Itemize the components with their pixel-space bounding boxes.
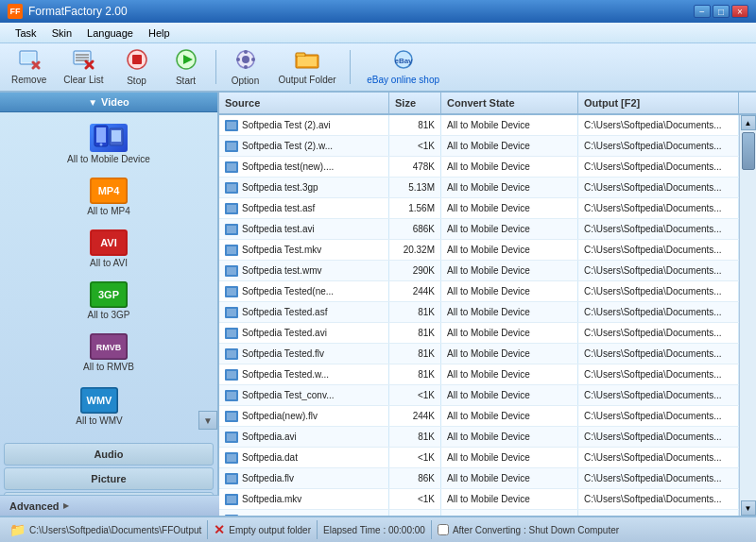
clear-list-button[interactable]: Clear List xyxy=(56,46,111,88)
scroll-thumb[interactable] xyxy=(742,132,755,170)
table-row[interactable]: Softpedia test.3gp5.13MAll to Mobile Dev… xyxy=(219,178,739,198)
table-row[interactable]: Softpedia Tested.asf81KAll to Mobile Dev… xyxy=(219,302,739,323)
minimize-button[interactable]: − xyxy=(694,5,711,18)
svg-point-18 xyxy=(236,58,240,61)
table-row[interactable]: Softpedia.mkv<1KAll to Mobile DeviceC:\U… xyxy=(219,489,739,510)
option-button[interactable]: Option xyxy=(222,46,269,88)
table-row[interactable]: Softpedia Tested.flv81KAll to Mobile Dev… xyxy=(219,344,739,364)
table-row[interactable]: Softpedia.dat<1KAll to Mobile DeviceC:\U… xyxy=(219,448,739,468)
status-after-section: After Converting : Shut Down Computer xyxy=(432,520,625,539)
cell-output: C:\Users\Softpedia\Documents... xyxy=(578,448,739,467)
status-empty-section[interactable]: ✕ Empty output folder xyxy=(208,520,318,539)
scroll-up-button[interactable]: ▲ xyxy=(741,115,756,130)
cell-convert: All to Mobile Device xyxy=(441,364,578,384)
file-icon xyxy=(225,473,238,484)
video-section-header[interactable]: ▼ Video xyxy=(0,93,217,112)
cell-output: C:\Users\Softpedia\Documents... xyxy=(578,198,739,218)
video-section-content: All to Mobile Device MP4 All to MP4 AVI xyxy=(0,112,217,441)
advanced-section[interactable]: Advanced ▶ xyxy=(0,495,219,516)
sidebar-item-wmv[interactable]: WMV All to WMV xyxy=(8,381,191,432)
remove-icon xyxy=(18,49,41,73)
ebay-button[interactable]: eBay eBay online shop xyxy=(356,46,451,88)
source-text: Softpedia test.3gp xyxy=(242,182,318,193)
table-row[interactable]: Softpedia Test.mkv20.32MAll to Mobile De… xyxy=(219,240,739,261)
avi-label: All to AVI xyxy=(90,258,128,268)
menu-help[interactable]: Help xyxy=(141,25,178,41)
table-row[interactable]: Softpedia.mov1.12MAll to Mobile DeviceC:… xyxy=(219,510,739,516)
cell-size: 20.32M xyxy=(389,240,441,260)
output-folder-button[interactable]: Output Folder xyxy=(271,46,344,88)
cell-convert: All to Mobile Device xyxy=(441,406,578,426)
sidebar: ▼ Video All to Mobile Device xyxy=(0,93,219,516)
remove-button[interactable]: Remove xyxy=(4,46,54,88)
sidebar-scroll-down[interactable]: ▼ xyxy=(198,411,217,430)
menu-task[interactable]: Task xyxy=(8,25,44,41)
menu-language[interactable]: Language xyxy=(79,25,141,41)
col-header-source: Source xyxy=(219,93,389,113)
cell-source: Softpedia Test.mkv xyxy=(219,240,389,260)
cell-size: 244K xyxy=(389,406,441,426)
cell-source: Softpedia Tested.asf xyxy=(219,302,389,322)
advanced-arrow-icon: ▶ xyxy=(63,501,69,510)
sidebar-item-3gp[interactable]: 3GP All to 3GP xyxy=(8,276,210,326)
maximize-button[interactable]: □ xyxy=(713,5,730,18)
svg-rect-67 xyxy=(227,392,236,399)
col-header-output: Output [F2] xyxy=(578,93,739,113)
table-row[interactable]: Softpedia test.avi686KAll to Mobile Devi… xyxy=(219,219,739,240)
table-row[interactable]: Softpedia test(new)....478KAll to Mobile… xyxy=(219,157,739,178)
menu-skin[interactable]: Skin xyxy=(44,25,79,41)
cell-source: Softpedia Tested.avi xyxy=(219,323,389,343)
option-icon xyxy=(234,48,257,74)
sidebar-item-rmvb[interactable]: RMVB All to RMVB xyxy=(8,328,210,378)
table-row[interactable]: Softpedia Tested.avi81KAll to Mobile Dev… xyxy=(219,323,739,344)
stop-button[interactable]: Stop xyxy=(113,46,161,88)
sidebar-picture[interactable]: Picture xyxy=(4,467,214,490)
sidebar-item-mobile[interactable]: All to Mobile Device xyxy=(8,118,210,170)
mobile-label: All to Mobile Device xyxy=(67,154,150,164)
cell-source: Softpedia test.asf xyxy=(219,198,389,218)
window-title: FormatFactory 2.00 xyxy=(28,5,128,18)
table-row[interactable]: Softpedia.avi81KAll to Mobile DeviceC:\U… xyxy=(219,427,739,448)
table-row[interactable]: Softpedia Test (2).w...<1KAll to Mobile … xyxy=(219,136,739,157)
table-row[interactable]: Softpedia Tested.w...81KAll to Mobile De… xyxy=(219,364,739,385)
status-after-label: After Converting : Shut Down Computer xyxy=(453,525,619,535)
cell-size: <1K xyxy=(389,448,441,467)
table-row[interactable]: Softpedia test.wmv290KAll to Mobile Devi… xyxy=(219,261,739,281)
svg-rect-63 xyxy=(227,350,236,358)
source-text: Softpedia test.avi xyxy=(242,224,315,234)
table-row[interactable]: Softpedia(new).flv244KAll to Mobile Devi… xyxy=(219,406,739,427)
table-row[interactable]: Softpedia Test_conv...<1KAll to Mobile D… xyxy=(219,385,739,406)
start-icon xyxy=(174,48,198,74)
cell-source: Softpedia Tested(ne... xyxy=(219,281,389,301)
svg-rect-49 xyxy=(227,205,236,212)
folder-small-icon: 📁 xyxy=(9,522,26,537)
cell-output: C:\Users\Softpedia\Documents... xyxy=(578,385,739,405)
svg-rect-61 xyxy=(227,330,236,337)
sidebar-item-mp4[interactable]: MP4 All to MP4 xyxy=(8,172,210,222)
sidebar-item-avi[interactable]: AVI All to AVI xyxy=(8,224,210,274)
close-button[interactable]: × xyxy=(731,5,748,18)
svg-rect-55 xyxy=(227,267,236,275)
file-icon xyxy=(225,432,238,443)
table-row[interactable]: Softpedia.flv86KAll to Mobile DeviceC:\U… xyxy=(219,468,739,489)
scroll-down-button[interactable]: ▼ xyxy=(741,500,756,516)
title-bar-left: FF FormatFactory 2.00 xyxy=(8,4,128,19)
cell-convert: All to Mobile Device xyxy=(441,136,578,156)
clear-list-icon xyxy=(72,49,94,73)
advanced-label: Advanced xyxy=(9,500,60,512)
sidebar-audio[interactable]: Audio xyxy=(4,443,214,466)
scrollbar[interactable]: ▲ ▼ xyxy=(739,115,756,516)
cell-source: Softpedia.mov xyxy=(219,510,389,516)
cell-output: C:\Users\Softpedia\Documents... xyxy=(578,406,739,426)
source-text: Softpedia(new).flv xyxy=(242,411,318,421)
table-row[interactable]: Softpedia Tested(ne...244KAll to Mobile … xyxy=(219,281,739,302)
svg-text:RMVB: RMVB xyxy=(96,343,122,352)
table-row[interactable]: Softpedia Test (2).avi81KAll to Mobile D… xyxy=(219,115,739,136)
source-text: Softpedia test.asf xyxy=(242,203,315,213)
table-body[interactable]: Softpedia Test (2).avi81KAll to Mobile D… xyxy=(219,115,739,516)
file-icon xyxy=(225,515,238,517)
after-converting-checkbox[interactable] xyxy=(438,524,449,535)
table-row[interactable]: Softpedia test.asf1.56MAll to Mobile Dev… xyxy=(219,198,739,219)
start-button[interactable]: Start xyxy=(163,46,210,88)
cell-convert: All to Mobile Device xyxy=(441,385,578,405)
